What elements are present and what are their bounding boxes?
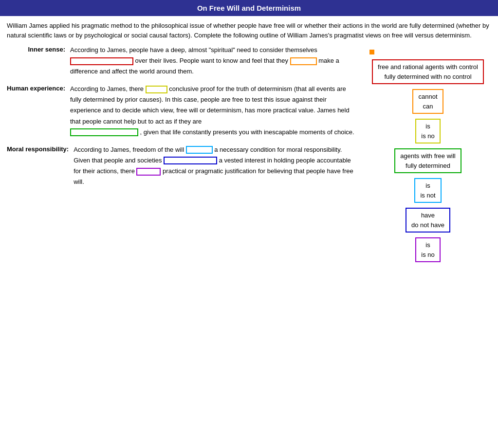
choice-box-6[interactable]: have do not have: [406, 208, 450, 233]
blank-moral-2[interactable]: [164, 157, 217, 164]
blank-human-experience-1[interactable]: [146, 86, 167, 93]
choice-box-2[interactable]: cannot can: [412, 89, 443, 114]
choice-box-4[interactable]: agents with free will fully determined: [394, 148, 461, 173]
choice-box-1-line2: fully determined with no control: [378, 72, 478, 82]
blank-inner-sense-1[interactable]: [70, 57, 133, 65]
choice-box-4-line2: fully determined: [400, 161, 455, 171]
choice-box-5[interactable]: is is not: [414, 178, 441, 203]
main-layout: Inner sense: According to James, people …: [0, 45, 498, 272]
choice-box-6-line1: have: [411, 211, 444, 220]
blank-inner-sense-2[interactable]: [290, 57, 317, 65]
intro-text: William James applied his pragmatic meth…: [0, 16, 498, 45]
section-inner-sense: Inner sense: According to James, people …: [7, 45, 355, 77]
blank-moral-1[interactable]: [186, 146, 213, 154]
choice-box-3-line2: is no: [421, 131, 434, 141]
intro-content: William James applied his pragmatic meth…: [7, 22, 489, 39]
choice-box-4-line1: agents with free will: [400, 151, 455, 161]
page-header: On Free Will and Determinism: [0, 0, 498, 16]
section-content-inner-sense: According to James, people have a deep, …: [70, 45, 355, 77]
blank-moral-3[interactable]: [136, 168, 161, 176]
choice-box-7-line1: is: [421, 240, 434, 250]
section-moral-responsibility: Moral responsibility: According to James…: [7, 144, 355, 187]
section-content-human-experience: According to James, there conclusive pro…: [70, 84, 355, 137]
section-label-human-experience: Human experience:: [7, 84, 70, 137]
choice-box-2-line1: cannot: [418, 92, 437, 102]
left-content: Inner sense: According to James, people …: [7, 45, 365, 262]
choice-box-5-line1: is: [420, 181, 435, 191]
choice-box-1-line1: free and rational agents with control: [378, 62, 478, 72]
choice-box-7[interactable]: is is no: [415, 237, 440, 262]
choice-box-2-line2: can: [418, 102, 437, 111]
choice-box-6-line2: do not have: [411, 220, 444, 230]
choice-box-1[interactable]: free and rational agents with control fu…: [372, 59, 484, 84]
choice-box-7-line2: is no: [421, 250, 434, 260]
orange-dot: [369, 50, 374, 54]
blank-human-experience-2[interactable]: [70, 128, 138, 136]
section-label-inner-sense: Inner sense:: [7, 45, 70, 77]
choice-box-3[interactable]: is is no: [415, 119, 440, 143]
choice-box-5-line2: is not: [420, 191, 435, 200]
section-content-moral-responsibility: According to James, freedom of the will …: [74, 144, 355, 187]
page-title: On Free Will and Determinism: [197, 4, 301, 12]
right-panel: free and rational agents with control fu…: [365, 45, 491, 262]
choice-box-3-line1: is: [421, 122, 434, 131]
section-human-experience: Human experience: According to James, th…: [7, 84, 355, 137]
section-label-moral-responsibility: Moral responsibility:: [7, 144, 74, 187]
